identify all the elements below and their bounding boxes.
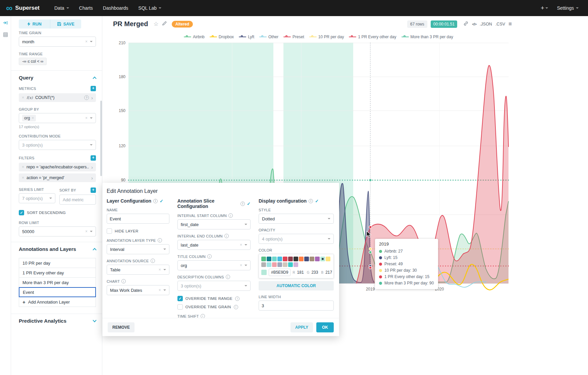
color-swatch[interactable]: [293, 257, 298, 261]
favorite-star-icon[interactable]: ☆: [153, 20, 158, 28]
color-swatch[interactable]: [261, 257, 266, 261]
color-swatch[interactable]: [283, 262, 287, 267]
dataset-grid-icon[interactable]: [3, 32, 8, 39]
color-swatch[interactable]: [272, 257, 277, 261]
hide-layer-checkbox[interactable]: [107, 228, 112, 234]
chart-menu-icon[interactable]: ≡: [509, 21, 512, 28]
override-time-range-checkbox[interactable]: ✓: [177, 296, 183, 301]
nav-item-dashboards[interactable]: Dashboards: [103, 5, 128, 11]
color-swatch-selected[interactable]: [320, 257, 325, 261]
color-swatch[interactable]: [326, 257, 330, 261]
altered-badge[interactable]: Altered: [172, 21, 193, 28]
clear-icon[interactable]: ×: [159, 288, 161, 292]
info-icon[interactable]: i: [207, 254, 212, 259]
rgb-r-value[interactable]: 181: [297, 270, 304, 275]
nav-item-sql-lab[interactable]: SQL Lab: [138, 5, 161, 11]
opacity-select[interactable]: 4 option(s): [259, 234, 334, 244]
color-swatch[interactable]: [293, 262, 298, 267]
description-columns-select[interactable]: 3 option(s): [177, 281, 251, 291]
sort-descending-checkbox[interactable]: ✓: [19, 210, 24, 215]
annotation-layer-item[interactable]: 1 PR Every other day: [19, 268, 96, 278]
filter-pill[interactable]: × repo = 'apache/incubator-supers... ›: [19, 163, 96, 171]
add-metric-button[interactable]: +: [91, 86, 96, 91]
color-swatch[interactable]: [310, 257, 314, 261]
name-input[interactable]: [107, 214, 169, 224]
remove-icon[interactable]: ×: [32, 116, 34, 120]
color-swatch[interactable]: [267, 262, 271, 267]
color-swatch[interactable]: [299, 257, 304, 261]
line-width-input[interactable]: [259, 301, 334, 311]
group-by-select[interactable]: org × ×: [19, 113, 96, 123]
filter-pill[interactable]: × action = 'pr_merged' ›: [19, 173, 96, 182]
new-item-button[interactable]: +: [541, 5, 548, 12]
override-time-range-row[interactable]: ✓ OVERRIDE TIME RANGE i: [177, 296, 251, 301]
annotation-source-select[interactable]: Table ×: [107, 265, 169, 275]
add-annotation-layer-button[interactable]: + Add Annotation Layer: [19, 297, 96, 307]
color-swatch[interactable]: [272, 262, 277, 267]
interval-start-column-select[interactable]: first_date: [177, 219, 251, 229]
style-select[interactable]: Dotted: [259, 214, 334, 224]
legend-item[interactable]: Lyft: [239, 35, 254, 39]
remove-button[interactable]: REMOVE: [108, 322, 135, 332]
color-swatch[interactable]: [283, 257, 287, 261]
annotations-section-header[interactable]: Annotations and Layers: [19, 246, 96, 252]
clear-icon[interactable]: ×: [85, 116, 88, 120]
color-swatch[interactable]: [277, 257, 282, 261]
annotation-layer-item-selected[interactable]: Event: [19, 287, 96, 297]
color-swatch[interactable]: [288, 257, 293, 261]
contribution-mode-select[interactable]: 3 option(s): [19, 140, 96, 150]
info-icon[interactable]: i: [228, 213, 233, 218]
info-icon[interactable]: i: [158, 238, 162, 243]
info-icon[interactable]: i: [234, 305, 238, 309]
color-swatch[interactable]: [261, 262, 266, 267]
remove-icon[interactable]: ×: [22, 165, 24, 169]
export-csv-button[interactable]: .CSV: [495, 22, 505, 26]
metric-pill[interactable]: × f(x) COUNT(*) ? ›: [19, 93, 96, 102]
share-link-icon[interactable]: [463, 21, 469, 28]
expand-panel-icon[interactable]: [3, 20, 8, 27]
series-limit-select[interactable]: 7 option(s): [19, 193, 55, 203]
settings-menu[interactable]: Settings: [557, 5, 579, 11]
add-filter-button[interactable]: +: [91, 155, 96, 161]
info-icon[interactable]: i: [121, 279, 126, 283]
override-time-grain-checkbox[interactable]: [177, 304, 183, 310]
info-icon[interactable]: i: [151, 259, 155, 263]
ok-button[interactable]: OK: [316, 322, 334, 332]
nav-item-data[interactable]: Data: [54, 5, 69, 11]
annotation-layer-item[interactable]: More than 3 PR per day: [19, 277, 96, 287]
hide-layer-row[interactable]: HIDE LAYER: [107, 228, 169, 234]
sort-descending-row[interactable]: ✓ SORT DESCENDING: [19, 210, 96, 215]
legend-item[interactable]: Other: [259, 35, 278, 39]
override-time-grain-row[interactable]: OVERRIDE TIME GRAIN i: [177, 304, 251, 310]
group-by-tag[interactable]: org ×: [22, 115, 36, 121]
legend-item[interactable]: 1 PR Every other day: [349, 35, 396, 39]
legend-item[interactable]: 10 PR per day: [309, 35, 344, 39]
info-icon[interactable]: i: [224, 234, 229, 238]
add-sort-metric-button[interactable]: +: [91, 188, 96, 193]
nav-item-charts[interactable]: Charts: [79, 5, 93, 11]
color-swatch[interactable]: [288, 262, 293, 267]
hex-color-input[interactable]: #B5E9D9: [269, 269, 290, 276]
legend-item[interactable]: Preset: [283, 35, 304, 39]
annotation-layer-item[interactable]: 10 PR per day: [19, 258, 96, 268]
color-swatch[interactable]: [267, 257, 271, 261]
export-json-button[interactable]: .JSON: [480, 22, 492, 26]
chart-select[interactable]: Max Work Dates ×: [107, 285, 169, 295]
rgb-g-value[interactable]: 233: [311, 270, 318, 275]
clear-icon[interactable]: ×: [85, 40, 88, 44]
clear-icon[interactable]: ×: [85, 229, 88, 233]
remove-icon[interactable]: ×: [22, 176, 24, 180]
annotation-layer-type-select[interactable]: Interval: [107, 244, 169, 254]
time-grain-select[interactable]: month ×: [19, 37, 96, 47]
clear-icon[interactable]: ×: [240, 263, 242, 267]
run-button[interactable]: RUN: [19, 19, 50, 29]
legend-item[interactable]: More than 3 PR per day: [402, 35, 453, 39]
legend-item[interactable]: Airbnb: [184, 35, 205, 39]
automatic-color-button[interactable]: AUTOMATIC COLOR: [259, 281, 334, 290]
color-swatch[interactable]: [277, 262, 282, 267]
color-swatch[interactable]: [304, 257, 309, 261]
interval-end-column-select[interactable]: last_date ×: [177, 240, 251, 250]
panel-scrollbar[interactable]: [100, 101, 102, 176]
info-icon[interactable]: i: [153, 199, 158, 203]
time-range-tag[interactable]: -∞ ≤ col < ∞: [19, 58, 47, 65]
